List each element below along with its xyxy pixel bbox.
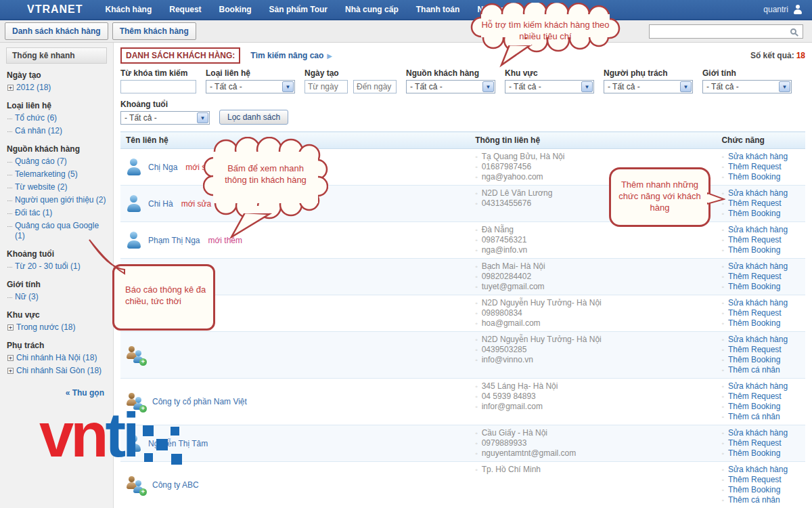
sidebar-item-label: Chi nhánh Sài Gòn (18) <box>16 366 107 376</box>
sidebar-item[interactable]: +Trong nước (18) <box>7 321 107 334</box>
sidebar-title: Thống kê nhanh <box>6 47 107 64</box>
action-link[interactable]: Thêm Booking <box>728 172 780 182</box>
filter-keyword-input[interactable] <box>120 80 196 93</box>
sidebar-item[interactable]: +2012 (18) <box>7 81 107 94</box>
action-line: ◦Thêm Request <box>721 345 800 355</box>
dropdown-icon[interactable]: ▼ <box>282 81 294 92</box>
action-link[interactable]: Thêm Booking <box>728 282 780 292</box>
action-link[interactable]: Thêm Booking <box>728 402 780 412</box>
sidebar-item[interactable]: Tổ chức (6) <box>7 112 107 125</box>
actions-cell: ◦Sửa khách hàng◦Thêm Request◦Thêm Bookin… <box>716 222 805 259</box>
tab-add-customer[interactable]: Thêm khách hàng <box>112 22 196 40</box>
nav-menu-item[interactable]: Booking <box>210 5 261 14</box>
dropdown-icon[interactable]: ▼ <box>197 112 208 123</box>
action-link[interactable]: Sửa khách hàng <box>728 261 788 272</box>
global-search-input[interactable] <box>650 26 790 37</box>
filter-source-select[interactable]: - Tất cả -▼ <box>406 80 495 93</box>
contact-name-link[interactable]: Chi Hà <box>148 199 173 209</box>
nav-menu-item[interactable]: Thanh toán <box>407 5 469 14</box>
action-link[interactable]: Sửa khách hàng <box>728 428 788 438</box>
filter-contact-type-select[interactable]: - Tất cả -▼ <box>206 80 295 93</box>
filter-label: Loại liên hệ <box>206 68 295 78</box>
bullet-icon: ◦ <box>721 428 724 438</box>
nav-menu-item[interactable]: Nhà cung cấp <box>336 5 407 14</box>
action-link[interactable]: Thêm cá nhân <box>728 412 780 422</box>
action-link[interactable]: Thêm Request <box>728 198 782 209</box>
filter-list-button[interactable]: Lọc danh sách <box>219 110 288 125</box>
expand-plus-icon[interactable]: + <box>7 368 14 374</box>
tab-customer-list[interactable]: Danh sách khách hàng <box>5 22 108 40</box>
bullet-icon: ◦ <box>721 438 724 448</box>
sidebar-item[interactable]: +Chi nhánh Sài Gòn (18) <box>7 364 107 377</box>
tree-dash-icon <box>7 131 12 132</box>
filter-date-to-input[interactable] <box>353 80 397 93</box>
filter-age-select[interactable]: - Tất cả -▼ <box>120 111 210 125</box>
action-link[interactable]: Sửa khách hàng <box>728 225 788 235</box>
action-link[interactable]: Thêm Booking <box>728 485 780 495</box>
contact-name-link[interactable]: Chị Nga <box>148 163 177 172</box>
bullet-icon: ◦ <box>475 172 478 182</box>
action-link[interactable]: Thêm Request <box>728 391 782 402</box>
info-text: N2D Nguyễn Huy Tưởng- Hà Nội <box>482 298 602 308</box>
action-link[interactable]: Sửa khách hàng <box>728 298 788 308</box>
advanced-search-link[interactable]: Tìm kiếm nâng cao <box>250 51 323 60</box>
sidebar-section: Ngày tạo+2012 (18) <box>7 70 107 94</box>
action-link[interactable]: Thêm Booking <box>728 448 780 459</box>
actions-cell: ◦Sửa khách hàng◦Thêm Request◦Thêm Bookin… <box>716 379 805 425</box>
action-link[interactable]: Sửa khách hàng <box>728 152 788 162</box>
expand-plus-icon[interactable]: + <box>7 85 14 91</box>
info-text: 04 5939 84893 <box>482 391 536 402</box>
dropdown-icon[interactable]: ▼ <box>482 81 494 92</box>
sidebar-item-label: Đối tác (1) <box>15 208 107 218</box>
action-link[interactable]: Sửa khách hàng <box>728 465 788 475</box>
sidebar-item[interactable]: Nữ (3) <box>7 291 107 303</box>
nav-menu-item[interactable]: Khách hàng <box>97 5 161 14</box>
search-icon[interactable] <box>790 28 796 35</box>
info-line: ◦Tạ Quang Bửu, Hà Nội <box>475 152 710 162</box>
action-link[interactable]: Thêm Request <box>728 272 782 282</box>
dropdown-icon[interactable]: ▼ <box>680 81 692 92</box>
dropdown-icon[interactable]: ▼ <box>779 81 790 92</box>
action-link[interactable]: Thêm Request <box>728 438 782 448</box>
action-link[interactable]: Thêm Request <box>728 235 782 245</box>
expand-plus-icon[interactable]: + <box>7 324 14 331</box>
nav-menu-item[interactable]: Sản phẩm Tour <box>261 5 336 14</box>
contact-name-link[interactable]: Phạm Thị Nga <box>148 236 200 245</box>
action-link[interactable]: Sửa khách hàng <box>728 335 788 345</box>
table-row: +◦N2D Nguyễn Huy Tưởng- Hà Nội◦043950328… <box>120 332 805 379</box>
tree-dash-icon <box>7 188 12 188</box>
collapse-sidebar-link[interactable]: « Thu gọn <box>6 388 107 398</box>
action-link[interactable]: Thêm Booking <box>728 245 780 255</box>
action-link[interactable]: Thêm Request <box>728 162 782 172</box>
filter-date-from-input[interactable] <box>304 80 348 93</box>
action-link[interactable]: Thêm Request <box>728 345 782 355</box>
filter-gender-select[interactable]: - Tất cả -▼ <box>702 80 792 93</box>
expand-plus-icon[interactable]: + <box>7 355 14 361</box>
table-row: Nguyễn Thị Tuyết◦Bạch Mai- Hà Nội◦098202… <box>120 259 805 295</box>
filter-owner-select[interactable]: - Tất cả -▼ <box>604 80 693 93</box>
action-link[interactable]: Thêm Booking <box>728 355 780 365</box>
user-menu[interactable]: quantri <box>763 5 803 14</box>
dropdown-icon[interactable]: ▼ <box>581 81 593 92</box>
sidebar-item[interactable]: Người quen giới thiệu (2) <box>7 194 107 207</box>
bullet-icon: ◦ <box>475 162 478 172</box>
action-link[interactable]: Thêm Request <box>728 308 782 318</box>
action-link[interactable]: Sửa khách hàng <box>728 188 788 198</box>
sidebar-item[interactable]: +Chi nhánh Hà Nội (18) <box>7 352 107 364</box>
sidebar-item[interactable]: Đối tác (1) <box>7 207 107 219</box>
action-link[interactable]: Sửa khách hàng <box>728 381 788 391</box>
sidebar-item[interactable]: Từ website (2) <box>7 181 107 194</box>
sidebar-item[interactable]: Cá nhân (12) <box>7 125 107 137</box>
filter-region-select[interactable]: - Tất cả -▼ <box>505 80 594 93</box>
action-link[interactable]: Thêm Booking <box>728 209 780 219</box>
nav-menu-item[interactable]: Request <box>160 5 210 14</box>
action-link[interactable]: Thêm cá nhân <box>728 495 780 505</box>
action-link[interactable]: Thêm Request <box>728 475 782 485</box>
action-link[interactable]: Thêm cá nhân <box>728 365 780 375</box>
contact-name-link[interactable]: Công ty ABC <box>152 480 199 490</box>
sidebar-item[interactable]: Telemarketing (5) <box>7 168 107 181</box>
info-text: nga@info.vn <box>482 245 528 255</box>
tab-bar: Danh sách khách hàng Thêm khách hàng <box>0 20 812 43</box>
action-link[interactable]: Thêm Booking <box>728 318 780 329</box>
sidebar-item[interactable]: Quảng cáo (7) <box>7 155 107 168</box>
